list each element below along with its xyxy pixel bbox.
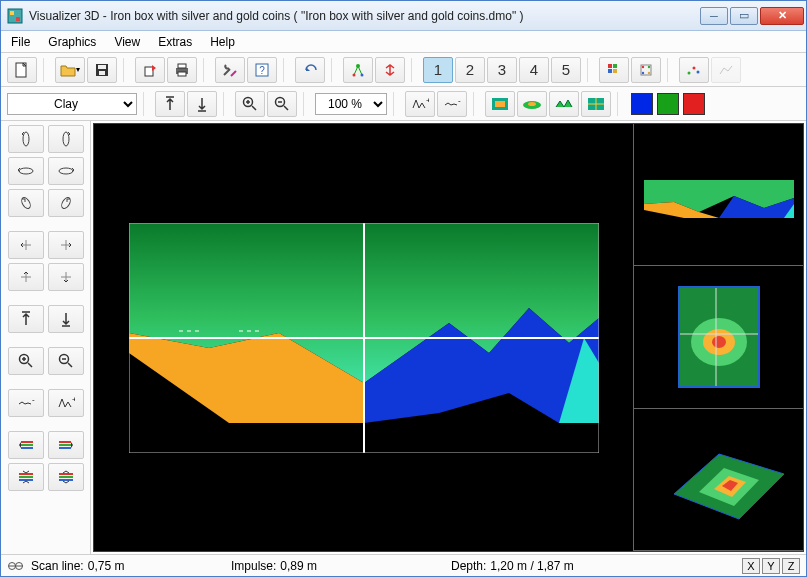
color-shift-left-button[interactable]: [8, 431, 44, 459]
svg-rect-7: [145, 67, 153, 76]
move-left-button[interactable]: [8, 231, 44, 259]
color-blue-swatch[interactable]: [631, 93, 653, 115]
mode-button-1[interactable]: [485, 91, 515, 117]
mode-button-2[interactable]: [517, 91, 547, 117]
interpolate-button[interactable]: [343, 57, 373, 83]
color-shift-right-button[interactable]: [48, 431, 84, 459]
bars-out-icon: [57, 470, 75, 484]
svg-point-13: [356, 64, 360, 68]
zoom-out-button[interactable]: [267, 91, 297, 117]
view-5-button[interactable]: 5: [551, 57, 581, 83]
preview-top[interactable]: [634, 266, 803, 408]
svg-point-15: [361, 73, 364, 76]
soil-type-select[interactable]: Clay: [7, 93, 137, 115]
rot1-icon: [18, 130, 34, 148]
line-chart-button[interactable]: [711, 57, 741, 83]
rot3-icon: [17, 164, 35, 178]
svg-rect-2: [16, 17, 20, 21]
export-icon: [143, 63, 157, 77]
view-1-button[interactable]: 1: [423, 57, 453, 83]
scatter-button[interactable]: [679, 57, 709, 83]
amplitude-down-button[interactable]: -: [437, 91, 467, 117]
maximize-button[interactable]: ▭: [730, 7, 758, 25]
new-button[interactable]: [7, 57, 37, 83]
menubar: File Graphics View Extras Help: [1, 31, 806, 53]
depth-down-button[interactable]: [187, 91, 217, 117]
move-right-button[interactable]: [48, 231, 84, 259]
rotate-x-cw-button[interactable]: [48, 189, 84, 217]
titlebar[interactable]: Visualizer 3D - Iron box with silver and…: [1, 1, 806, 31]
help-icon: ?: [255, 63, 269, 77]
window-title: Visualizer 3D - Iron box with silver and…: [29, 9, 700, 23]
save-button[interactable]: [87, 57, 117, 83]
depth-down-side-button[interactable]: [48, 305, 84, 333]
zoom-in-button[interactable]: [235, 91, 265, 117]
depth-up-button[interactable]: [155, 91, 185, 117]
menu-extras[interactable]: Extras: [158, 35, 192, 49]
wave-up-icon: +: [57, 396, 75, 410]
svg-rect-54: [19, 476, 33, 478]
color-expand-button[interactable]: [48, 463, 84, 491]
move-down-button[interactable]: [48, 263, 84, 291]
export-button[interactable]: [135, 57, 165, 83]
undo-button[interactable]: [295, 57, 325, 83]
undo-icon: [302, 64, 318, 76]
zoom-in-side-button[interactable]: [8, 347, 44, 375]
amplitude-up-side-button[interactable]: +: [48, 389, 84, 417]
svg-point-42: [59, 196, 71, 210]
grid-button-alt[interactable]: [631, 57, 661, 83]
zoom-select[interactable]: 100 %: [315, 93, 387, 115]
rotate-x-ccw-button[interactable]: [8, 189, 44, 217]
svg-rect-51: [59, 444, 71, 446]
svg-text:-: -: [458, 97, 461, 105]
svg-point-25: [688, 71, 691, 74]
menu-help[interactable]: Help: [210, 35, 235, 49]
grid-icon: [607, 63, 621, 77]
status-impulse: Impulse: 0,89 m: [231, 559, 451, 573]
color-red-swatch[interactable]: [683, 93, 705, 115]
print-button[interactable]: [167, 57, 197, 83]
star-icon: [350, 63, 366, 77]
view-2-button[interactable]: 2: [455, 57, 485, 83]
view-3-button[interactable]: 3: [487, 57, 517, 83]
rotate-z-cw-button[interactable]: [48, 157, 84, 185]
preview-3d[interactable]: [634, 409, 803, 551]
menu-view[interactable]: View: [114, 35, 140, 49]
rotate-z-ccw-button[interactable]: [8, 157, 44, 185]
mode-button-3[interactable]: [549, 91, 579, 117]
zoom-out-side-button[interactable]: [48, 347, 84, 375]
grid-button[interactable]: [599, 57, 629, 83]
help-button[interactable]: ?: [247, 57, 277, 83]
svg-point-14: [353, 73, 356, 76]
rotate-y-ccw-button[interactable]: [8, 125, 44, 153]
amplitude-down-side-button[interactable]: -: [8, 389, 44, 417]
menu-graphics[interactable]: Graphics: [48, 35, 96, 49]
color-green-swatch[interactable]: [657, 93, 679, 115]
preview-side[interactable]: [634, 124, 803, 266]
svg-point-27: [697, 70, 700, 73]
svg-point-40: [59, 168, 73, 174]
close-button[interactable]: ✕: [760, 7, 804, 25]
minimize-button[interactable]: ─: [700, 7, 728, 25]
depth-up-side-button[interactable]: [8, 305, 44, 333]
mode-button-4[interactable]: [581, 91, 611, 117]
main-canvas[interactable]: [94, 124, 633, 551]
rot6-icon: [58, 194, 74, 212]
settings-button[interactable]: [215, 57, 245, 83]
printer-icon: [174, 63, 190, 77]
svg-rect-9: [178, 64, 186, 68]
move-up-button[interactable]: [8, 263, 44, 291]
color-compress-button[interactable]: [8, 463, 44, 491]
wave-down-icon: -: [443, 97, 461, 111]
svg-rect-56: [59, 473, 73, 475]
signal-correction-button[interactable]: [375, 57, 405, 83]
linechart-icon: [718, 63, 734, 77]
axis-z-button[interactable]: Z: [782, 558, 800, 574]
view-4-button[interactable]: 4: [519, 57, 549, 83]
rotate-y-cw-button[interactable]: [48, 125, 84, 153]
menu-file[interactable]: File: [11, 35, 30, 49]
open-button[interactable]: ▾: [55, 57, 85, 83]
axis-y-button[interactable]: Y: [762, 558, 780, 574]
axis-x-button[interactable]: X: [742, 558, 760, 574]
amplitude-up-button[interactable]: +: [405, 91, 435, 117]
